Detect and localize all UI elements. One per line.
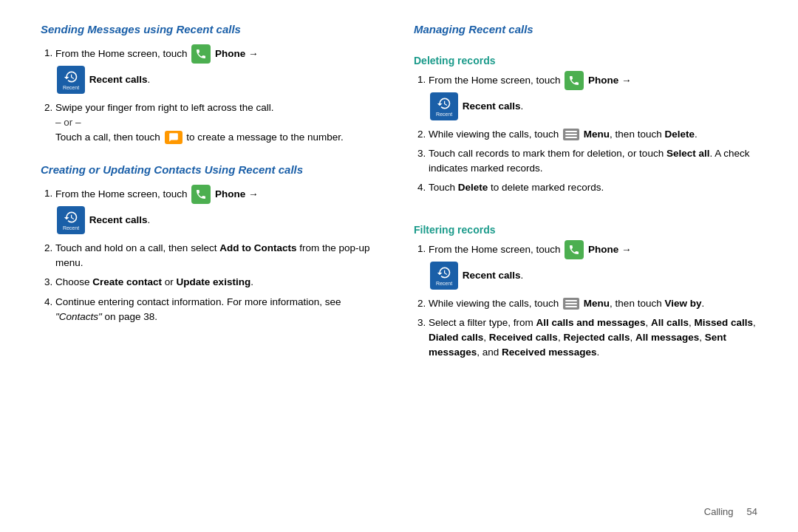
- step-1-send: From the Home screen, touch Phone → Rece…: [55, 44, 384, 96]
- del-step-4: Touch Delete to delete marked records.: [429, 180, 757, 195]
- phone-icon-2: [191, 185, 211, 204]
- section-filtering: Filtering records From the Home screen, …: [414, 214, 757, 365]
- section-deleting: Deleting records From the Home screen, t…: [414, 44, 757, 200]
- recent-icon-2: Recent: [57, 206, 85, 234]
- step-text: From the Home screen, touch: [55, 47, 190, 58]
- or-text: – or –: [55, 117, 81, 128]
- left-column: Sending Messages using Recent calls From…: [41, 22, 384, 510]
- period: .: [148, 73, 151, 84]
- recent-text-2: Recent: [63, 225, 79, 231]
- recent-text: Recent: [63, 85, 79, 90]
- managing-title: Managing Recent calls: [414, 22, 757, 37]
- step-4-create: Continue entering contact information. F…: [55, 295, 384, 325]
- phone-icon-3: [565, 71, 584, 90]
- section-creating-steps: From the Home screen, touch Phone → Rece…: [41, 185, 384, 324]
- recent-icon-3: Recent: [430, 92, 458, 120]
- filt-step-3: Select a filter type, from All calls and…: [429, 316, 757, 361]
- del-step-1: From the Home screen, touch Phone → Rece…: [429, 71, 757, 123]
- phone-icon-4: [565, 240, 584, 259]
- menu-icon-2: [563, 298, 579, 310]
- filtering-steps: From the Home screen, touch Phone → Rece…: [414, 240, 757, 361]
- section-creating-title: Creating or Updating Contacts Using Rece…: [41, 163, 384, 177]
- filt-step-2: While viewing the calls, touch Menu, the…: [429, 296, 757, 311]
- section-creating-contacts: Creating or Updating Contacts Using Rece…: [41, 163, 384, 329]
- phone-icon: [191, 44, 211, 64]
- phone-label: Phone →: [215, 47, 259, 58]
- recent-icon: Recent: [57, 66, 85, 94]
- step-2-create: Touch and hold on a call, then select Ad…: [55, 241, 384, 271]
- filt-step-1: From the Home screen, touch Phone → Rece…: [429, 240, 757, 292]
- footer-calling-label: Calling: [704, 506, 734, 517]
- recent-calls-label: Recent calls: [89, 73, 148, 84]
- menu-icon: [563, 129, 579, 140]
- del-step-3: Touch call records to mark them for dele…: [429, 146, 757, 177]
- step-2-send: Swipe your finger from right to left acr…: [55, 100, 384, 146]
- page-footer: Calling 54: [704, 506, 757, 517]
- footer-page-number: 54: [747, 506, 757, 517]
- deleting-steps: From the Home screen, touch Phone → Rece…: [414, 71, 757, 196]
- step2-cont: Touch a call, then touch: [55, 132, 163, 143]
- message-icon: [165, 131, 183, 144]
- step2-text: Swipe your finger from right to left acr…: [55, 102, 274, 113]
- step-1-create: From the Home screen, touch Phone → Rece…: [55, 185, 384, 236]
- filtering-title: Filtering records: [414, 224, 757, 236]
- deleting-title: Deleting records: [414, 55, 757, 66]
- section-sending-messages: Sending Messages using Recent calls From…: [41, 22, 384, 149]
- right-column: Managing Recent calls Deleting records F…: [414, 22, 757, 510]
- step-3-create: Choose Create contact or Update existing…: [55, 275, 384, 290]
- phone-label-2: Phone →: [215, 188, 259, 199]
- step2-cont2: to create a message to the number.: [186, 132, 343, 143]
- del-step-2: While viewing the calls, touch Menu, the…: [429, 127, 757, 142]
- section-sending-title: Sending Messages using Recent calls: [41, 22, 384, 37]
- recent-icon-4: Recent: [430, 262, 458, 290]
- step-text: From the Home screen, touch: [55, 188, 190, 199]
- section-sending-steps: From the Home screen, touch Phone → Rece…: [41, 44, 384, 146]
- recent-calls-label-2: Recent calls: [89, 214, 148, 225]
